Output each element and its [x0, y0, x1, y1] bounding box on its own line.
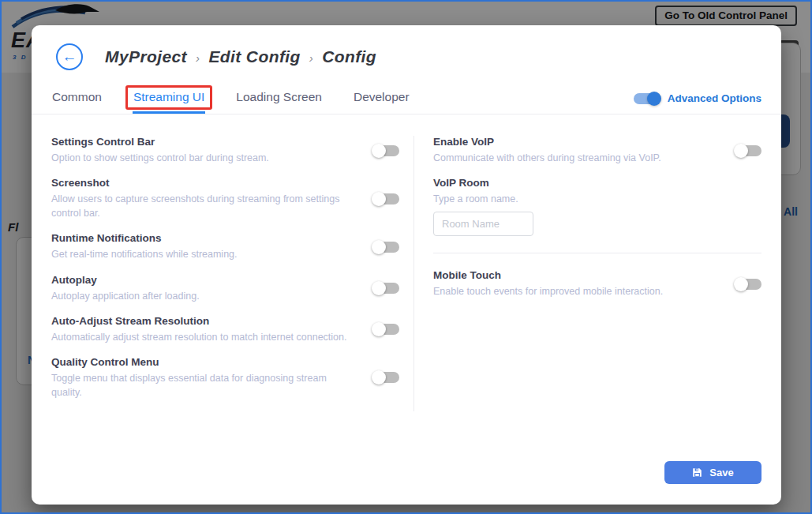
setting-voip-room: VoIP Room Type a room name.: [433, 177, 761, 236]
tab-streaming-ui-label: Streaming UI: [133, 90, 204, 103]
settings-control-bar-toggle[interactable]: [373, 145, 399, 156]
setting-description: Communicate with others during streaming…: [433, 151, 720, 165]
setting-description: Allow users to capture screenshots durin…: [51, 192, 357, 220]
setting-description: Automatically adjust stream resolution t…: [51, 330, 357, 344]
screenshot-toggle[interactable]: [373, 193, 399, 204]
setting-text: Screenshot Allow users to capture screen…: [51, 177, 373, 220]
setting-screenshot: Screenshot Allow users to capture screen…: [51, 177, 399, 220]
setting-settings-control-bar: Settings Control Bar Option to show sett…: [51, 136, 399, 165]
runtime-notifications-toggle[interactable]: [373, 242, 399, 253]
breadcrumb-item-config: Config: [322, 47, 376, 66]
toggle-knob: [372, 281, 386, 295]
setting-description: Enable touch events for improved mobile …: [433, 284, 720, 298]
toggle-knob: [734, 144, 748, 158]
setting-title: Enable VoIP: [433, 136, 720, 148]
back-button[interactable]: ←: [56, 43, 83, 70]
breadcrumb: MyProject › Edit Config › Config: [105, 47, 376, 66]
config-tabs: Common Streaming UI Loading Screen Devel…: [32, 85, 781, 114]
autoplay-toggle[interactable]: [373, 283, 399, 294]
advanced-options-control: Advanced Options: [634, 92, 761, 114]
edit-config-modal: ← MyProject › Edit Config › Config Commo…: [32, 25, 781, 505]
save-button[interactable]: Save: [664, 461, 761, 484]
setting-text: Runtime Notifications Get real-time noti…: [51, 232, 373, 261]
enable-voip-toggle[interactable]: [735, 145, 761, 156]
save-floppy-icon: [692, 467, 702, 478]
breadcrumb-separator: ›: [196, 51, 200, 65]
tab-common[interactable]: Common: [51, 85, 103, 114]
advanced-options-label: Advanced Options: [668, 92, 761, 104]
setting-text: Mobile Touch Enable touch events for imp…: [433, 269, 735, 298]
setting-title: Autoplay: [51, 274, 357, 286]
tab-streaming-ui[interactable]: Streaming UI: [133, 85, 205, 114]
advanced-options-toggle[interactable]: [634, 93, 660, 104]
settings-content: Settings Control Bar Option to show sett…: [32, 136, 781, 411]
setting-auto-adjust-resolution: Auto-Adjust Stream Resolution Automatica…: [51, 315, 399, 344]
setting-text: Quality Control Menu Toggle menu that di…: [51, 356, 373, 400]
setting-text: Auto-Adjust Stream Resolution Automatica…: [51, 315, 373, 344]
setting-text: Enable VoIP Communicate with others duri…: [433, 136, 735, 165]
breadcrumb-separator: ›: [309, 51, 313, 65]
toggle-knob: [647, 92, 661, 106]
breadcrumb-item-project: MyProject: [105, 47, 187, 66]
setting-description: Type a room name.: [433, 192, 761, 206]
setting-mobile-touch: Mobile Touch Enable touch events for imp…: [433, 269, 761, 298]
setting-title: Quality Control Menu: [51, 356, 357, 368]
settings-column-right: Enable VoIP Communicate with others duri…: [414, 136, 761, 411]
setting-title: Screenshot: [51, 177, 357, 189]
setting-title: Runtime Notifications: [51, 232, 357, 244]
setting-title: Settings Control Bar: [51, 136, 357, 148]
setting-runtime-notifications: Runtime Notifications Get real-time noti…: [51, 232, 399, 261]
toggle-knob: [372, 370, 386, 385]
tab-loading-screen[interactable]: Loading Screen: [235, 85, 323, 114]
setting-title: Mobile Touch: [433, 269, 720, 281]
breadcrumb-item-edit-config: Edit Config: [208, 47, 300, 66]
save-button-label: Save: [709, 467, 733, 478]
setting-title: Auto-Adjust Stream Resolution: [51, 315, 357, 327]
setting-enable-voip: Enable VoIP Communicate with others duri…: [433, 136, 761, 165]
setting-text: Settings Control Bar Option to show sett…: [51, 136, 373, 165]
toggle-knob: [372, 322, 386, 336]
setting-description: Option to show settings control bar duri…: [51, 151, 357, 165]
setting-text: Autoplay Autoplay application after load…: [51, 274, 373, 303]
voip-room-input[interactable]: [433, 212, 533, 236]
tab-developer[interactable]: Developer: [353, 85, 410, 114]
mobile-touch-toggle[interactable]: [735, 279, 761, 290]
auto-adjust-resolution-toggle[interactable]: [373, 324, 399, 335]
toggle-knob: [372, 144, 386, 158]
back-arrow-icon: ←: [62, 48, 77, 66]
setting-title: VoIP Room: [433, 177, 761, 189]
toggle-knob: [734, 277, 748, 291]
setting-description: Autoplay application after loading.: [51, 289, 357, 303]
setting-description: Get real-time notifications while stream…: [51, 247, 357, 261]
app-viewport: EA 3 D Go To Old Control Panel Fl N All …: [0, 0, 812, 514]
quality-control-menu-toggle[interactable]: [373, 372, 399, 383]
setting-description: Toggle menu that displays essential data…: [51, 371, 357, 400]
settings-column-left: Settings Control Bar Option to show sett…: [51, 136, 414, 411]
modal-header: ← MyProject › Edit Config › Config: [56, 43, 781, 70]
setting-quality-control-menu: Quality Control Menu Toggle menu that di…: [51, 356, 399, 400]
setting-autoplay: Autoplay Autoplay application after load…: [51, 274, 399, 303]
section-divider: [433, 253, 761, 253]
toggle-knob: [372, 192, 386, 206]
toggle-knob: [372, 240, 386, 254]
